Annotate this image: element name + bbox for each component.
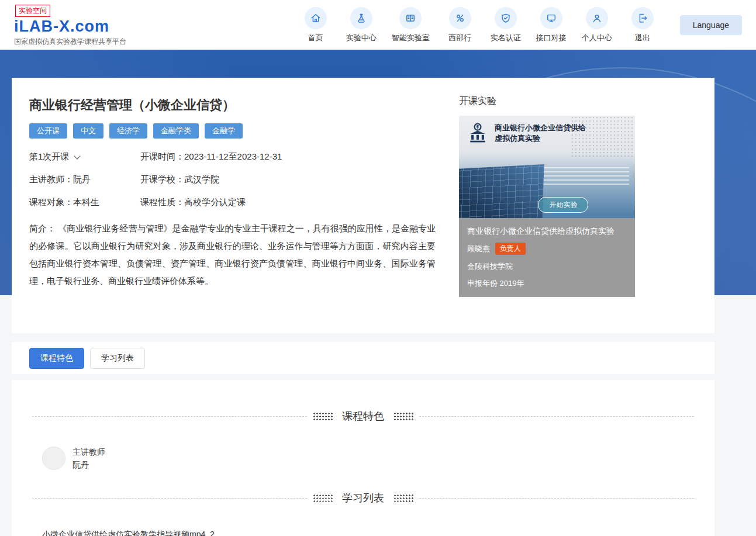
tab-learning-list[interactable]: 学习列表 [90,348,145,369]
tag-finance-category: 金融学类 [153,123,199,139]
nav-label: 智能实验室 [392,33,430,43]
teacher-name: 阮丹 [73,458,105,471]
brand-text: iLAB-X.com [14,18,178,35]
logo-badge: 实验空间 [15,5,50,17]
experiment-panel: 开课实验 商业 [459,94,635,297]
nav-item-interface[interactable]: 接口对接 [536,7,567,43]
course-info: 第1次开课 开课时间：2023-11-12至2023-12-31 主讲教师：阮丹… [29,151,436,208]
course-tags: 公开课 中文 经济学 金融学类 金融学 [29,123,436,139]
flask-icon [350,7,372,29]
smart-lab-icon [399,7,422,29]
shield-check-icon [495,7,517,29]
school-field: 开课学校：武汉学院 [140,174,219,185]
course-details: 商业银行经营管理（小微企业信贷） 公开课 中文 经济学 金融学类 金融学 第1次… [29,94,436,290]
course-intro: 简介： 《商业银行业务经营与管理》是金融学专业的专业主干课程之一，具有很强的应用… [29,220,436,290]
leader-badge: 负责人 [495,243,526,255]
tag-finance: 金融学 [205,123,243,139]
learning-section-divider: 学习列表 [32,491,694,505]
audience-field: 课程对象：本科生 [29,197,140,208]
logo-tagline: 国家虚拟仿真实验教学课程共享平台 [14,37,178,47]
nav-label: 实验中心 [346,33,377,43]
chevron-down-icon [74,153,81,159]
features-heading: 课程特色 [342,409,384,423]
features-section-divider: 课程特色 [32,409,694,423]
open-time: 开课时间：2023-11-12至2023-12-31 [140,151,282,162]
building-photo-decoration [459,164,544,218]
experiment-school: 金陵科技学院 [467,261,627,272]
experiment-year: 申报年份 2019年 [467,278,627,289]
nav-item-west[interactable]: 西部行 [445,7,475,43]
leader-name: 顾晓燕 [467,244,490,254]
content-section: 课程特色 主讲教师 阮丹 学习列表 小微企业信贷供给虚仿实验教学指导视频mp4_… [12,380,714,536]
experiment-heading: 开课实验 [459,95,635,108]
nav-label: 西部行 [448,33,471,43]
experiment-title: 商业银行小微企业信贷供给虚拟仿真实验 [467,224,627,237]
experiment-thumbnail[interactable]: 商业银行小微企业信贷供给 虚拟仿真实验 开始实验 [459,116,635,218]
nav-item-home[interactable]: 首页 [301,7,331,43]
session-label: 第1次开课 [29,151,69,162]
learning-list-item[interactable]: 小微企业信贷供给虚仿实验教学指导视频mp4_2 [42,530,694,536]
dot-matrix-decoration [393,412,413,421]
nature-field: 课程性质：高校学分认定课 [140,197,246,208]
west-gears-icon [449,7,471,29]
dashed-line [32,416,307,417]
main-nav: 首页 实验中心 智能实验室 西部行 实名认证 [301,7,658,43]
nav-item-logout[interactable]: 退出 [627,7,658,43]
learning-heading: 学习列表 [342,491,384,505]
experiment-info-card[interactable]: 商业银行小微企业信贷供给虚拟仿真实验 顾晓燕 负责人 金陵科技学院 申报年份 2… [459,218,635,297]
dot-matrix-decoration [313,412,333,421]
tag-open-course: 公开课 [29,123,67,139]
dashed-line [32,498,307,499]
dashed-line [419,416,694,417]
tag-economics: 经济学 [109,123,147,139]
teacher-role-label: 主讲教师 [73,445,105,458]
monitor-icon [540,7,562,29]
tag-language: 中文 [73,123,103,139]
teacher-block: 主讲教师 阮丹 [42,445,694,471]
experiment-image-title: 商业银行小微企业信贷供给 虚拟仿真实验 [495,122,586,147]
nav-label: 首页 [308,33,323,43]
tab-course-features[interactable]: 课程特色 [29,348,84,369]
exit-icon [631,7,654,29]
teacher-avatar [42,447,65,470]
nav-item-realname-auth[interactable]: 实名认证 [491,7,521,43]
logo[interactable]: 实验空间 iLAB-X.com 国家虚拟仿真实验教学课程共享平台 [14,4,178,47]
page-title: 商业银行经营管理（小微企业信贷） [29,96,436,114]
start-experiment-button[interactable]: 开始实验 [538,197,588,213]
session-dropdown[interactable]: 第1次开课 [29,151,140,162]
user-icon [586,7,608,29]
teacher-field: 主讲教师：阮丹 [29,174,140,185]
nav-label: 接口对接 [536,33,567,43]
tabs-bar: 课程特色 学习列表 [12,342,714,374]
top-header: 实验空间 iLAB-X.com 国家虚拟仿真实验教学课程共享平台 首页 实验中心… [0,0,756,50]
bank-icon [466,122,489,147]
course-card: 商业银行经营管理（小微企业信贷） 公开课 中文 经济学 金融学类 金融学 第1次… [12,78,714,333]
nav-item-smart-lab[interactable]: 智能实验室 [392,7,430,43]
dot-matrix-decoration [313,494,333,503]
nav-item-personal-center[interactable]: 个人中心 [582,7,612,43]
nav-label: 实名认证 [491,33,521,43]
dashed-line [419,498,694,499]
language-button[interactable]: Language [680,15,742,35]
nav-label: 退出 [635,33,650,43]
home-icon [305,7,327,29]
dot-matrix-decoration [393,494,413,503]
nav-item-experiment-center[interactable]: 实验中心 [346,7,377,43]
nav-label: 个人中心 [582,33,612,43]
